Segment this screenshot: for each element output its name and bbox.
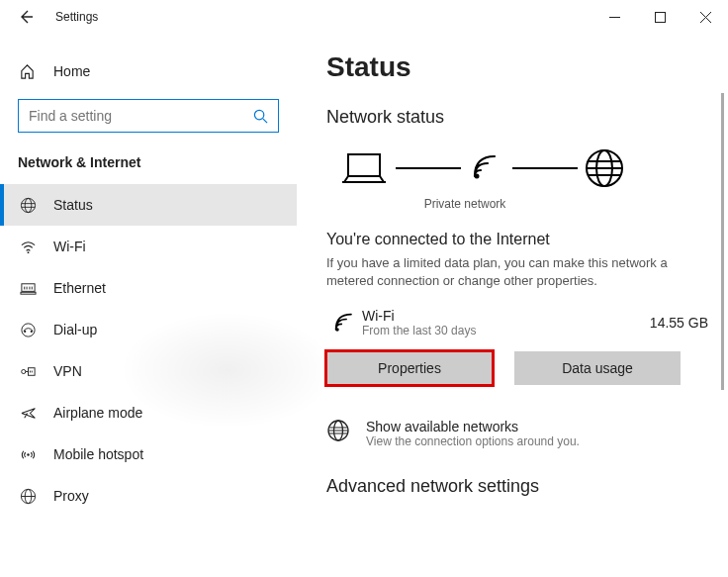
search-icon xyxy=(253,109,268,124)
connected-title: You're connected to the Internet xyxy=(326,231,728,248)
svg-point-3 xyxy=(25,198,32,212)
sidebar-item-label: Airplane mode xyxy=(53,405,142,421)
search-input[interactable] xyxy=(18,99,279,133)
wifi-signal-icon xyxy=(467,148,506,188)
wifi-signal-icon xyxy=(330,309,358,337)
sidebar-item-label: Dial-up xyxy=(53,322,97,337)
sidebar-item-vpn[interactable]: VPN xyxy=(0,350,297,392)
globe-icon xyxy=(20,197,37,214)
svg-point-12 xyxy=(27,453,29,455)
hotspot-icon xyxy=(20,446,37,463)
connection-period: From the last 30 days xyxy=(362,324,650,337)
titlebar: Settings xyxy=(0,0,728,34)
svg-rect-15 xyxy=(348,154,380,176)
show-available-networks[interactable]: Show available networks View the connect… xyxy=(326,419,728,448)
network-name: Private network xyxy=(326,197,603,211)
svg-point-19 xyxy=(335,329,339,333)
airplane-icon xyxy=(20,405,37,422)
back-button[interactable] xyxy=(14,5,38,29)
page-title: Status xyxy=(326,51,728,83)
globe-icon xyxy=(326,419,350,442)
svg-point-8 xyxy=(24,330,26,332)
svg-point-7 xyxy=(21,323,34,336)
advanced-settings-heading: Advanced network settings xyxy=(326,476,728,497)
section-header: Network & Internet xyxy=(0,154,297,170)
connection-name: Wi-Fi xyxy=(362,308,650,324)
wifi-icon xyxy=(20,239,37,255)
sidebar-item-label: Proxy xyxy=(53,488,89,504)
window-title: Settings xyxy=(55,10,98,24)
sidebar-item-airplane[interactable]: Airplane mode xyxy=(0,392,297,433)
network-diagram xyxy=(326,147,728,189)
data-usage-button[interactable]: Data usage xyxy=(514,351,681,385)
globe-icon xyxy=(584,147,625,189)
vpn-icon xyxy=(20,363,37,380)
main-content: Status Network status Private network Yo… xyxy=(297,34,728,577)
sidebar-item-dialup[interactable]: Dial-up xyxy=(0,309,297,350)
connected-description: If you have a limited data plan, you can… xyxy=(326,254,702,290)
close-button[interactable] xyxy=(682,0,728,34)
sidebar-item-label: VPN xyxy=(53,363,82,379)
ethernet-icon xyxy=(20,280,37,297)
svg-point-9 xyxy=(30,330,32,332)
laptop-icon xyxy=(338,148,390,188)
minimize-button[interactable] xyxy=(592,0,637,34)
sidebar-item-label: Mobile hotspot xyxy=(53,446,143,462)
svg-point-2 xyxy=(21,198,35,212)
connection-line xyxy=(512,167,578,169)
sidebar-item-wifi[interactable]: Wi-Fi xyxy=(0,226,297,267)
search-field[interactable] xyxy=(29,108,253,124)
home-icon xyxy=(19,63,36,80)
svg-point-10 xyxy=(21,369,25,373)
proxy-icon xyxy=(20,488,37,505)
sidebar-item-label: Status xyxy=(53,197,93,213)
home-link[interactable]: Home xyxy=(0,53,297,89)
dialup-icon xyxy=(20,322,37,338)
sidebar-item-label: Ethernet xyxy=(53,280,106,296)
svg-point-4 xyxy=(27,251,29,253)
available-networks-title: Show available networks xyxy=(366,419,580,434)
svg-rect-6 xyxy=(20,292,35,294)
window-controls xyxy=(592,0,728,34)
connection-row: Wi-Fi From the last 30 days 14.55 GB xyxy=(326,308,728,337)
connection-line xyxy=(396,167,461,169)
svg-point-16 xyxy=(475,174,480,179)
svg-rect-0 xyxy=(655,12,665,22)
sidebar-item-ethernet[interactable]: Ethernet xyxy=(0,267,297,309)
sidebar: Home Network & Internet Status Wi-Fi Eth… xyxy=(0,34,297,577)
close-icon xyxy=(700,12,711,23)
data-amount: 14.55 GB xyxy=(650,315,728,331)
properties-button[interactable]: Properties xyxy=(326,351,493,385)
sidebar-item-proxy[interactable]: Proxy xyxy=(0,475,297,517)
home-label: Home xyxy=(53,63,90,79)
scrollbar[interactable] xyxy=(721,93,724,390)
network-status-heading: Network status xyxy=(326,107,728,128)
sidebar-item-label: Wi-Fi xyxy=(53,239,86,254)
maximize-button[interactable] xyxy=(637,0,682,34)
arrow-left-icon xyxy=(18,9,34,25)
sidebar-item-status[interactable]: Status xyxy=(0,184,297,226)
available-networks-desc: View the connection options around you. xyxy=(366,434,580,448)
svg-rect-5 xyxy=(21,283,34,291)
maximize-icon xyxy=(655,12,666,23)
sidebar-item-hotspot[interactable]: Mobile hotspot xyxy=(0,433,297,475)
button-row: Properties Data usage xyxy=(326,351,728,385)
minimize-icon xyxy=(609,12,620,23)
svg-point-1 xyxy=(254,110,263,119)
